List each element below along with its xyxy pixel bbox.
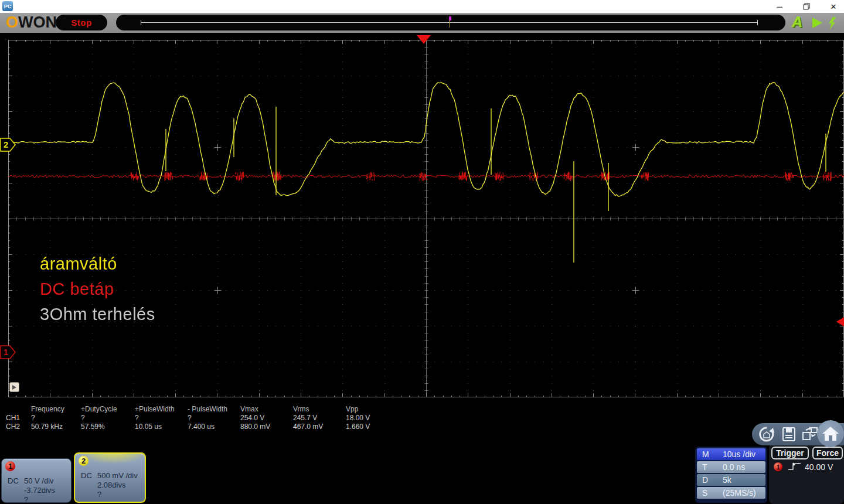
measurement-cell: ? bbox=[31, 414, 81, 423]
ch2-coupling: DC bbox=[81, 471, 92, 480]
svg-text:1: 1 bbox=[4, 347, 8, 357]
ch1-extra: ? bbox=[24, 495, 28, 504]
measurement-cell: CH2 bbox=[6, 423, 31, 431]
measurement-cell: ? bbox=[188, 414, 240, 423]
memory-end-tick bbox=[757, 20, 758, 25]
measurement-cell: 254.0 V bbox=[240, 414, 293, 423]
expand-button[interactable] bbox=[9, 382, 19, 392]
force-button[interactable]: Force bbox=[812, 447, 843, 459]
flash-icon[interactable] bbox=[828, 17, 838, 30]
measurement-cell: Vrms bbox=[293, 405, 346, 414]
measurement-cell: 57.59% bbox=[81, 423, 135, 431]
owon-scope-app: { "window": { "app_icon": "PC", "minimiz… bbox=[0, 0, 844, 504]
ch1-scale: 50 V /div bbox=[24, 476, 54, 485]
trigger-position-line bbox=[450, 20, 450, 28]
save-icon[interactable] bbox=[780, 425, 798, 443]
measurement-cell: 18.00 V bbox=[346, 414, 387, 423]
run-icon[interactable] bbox=[812, 18, 822, 28]
measurement-cell: Vmax bbox=[240, 405, 293, 414]
measurement-cell: 880.0 mV bbox=[240, 423, 293, 431]
measurement-cell: 7.400 us bbox=[188, 423, 240, 431]
minimize-button[interactable]: ─ bbox=[775, 2, 784, 11]
measurement-cell: +PulseWidth bbox=[135, 405, 188, 414]
ch1-position-marker[interactable]: 1 bbox=[0, 345, 16, 359]
trigger-position-arrow[interactable] bbox=[417, 35, 431, 44]
trigger-level-arrow[interactable] bbox=[836, 317, 844, 326]
annotation-ch1: DC betáp bbox=[40, 280, 114, 299]
memory-start-tick bbox=[141, 20, 141, 25]
autoset-icon[interactable]: A bbox=[792, 13, 802, 30]
measurement-cell bbox=[6, 405, 31, 414]
play-triangle-icon bbox=[12, 385, 16, 390]
measurement-cell: ? bbox=[135, 414, 188, 423]
measurement-cell: 10.05 us bbox=[135, 423, 188, 431]
ch1-offset: -3.72divs bbox=[24, 486, 55, 495]
trigger-button[interactable]: Trigger bbox=[771, 447, 809, 459]
timebase-row-main[interactable]: M 10us /div bbox=[697, 448, 765, 460]
measurement-cell: - PulseWidth bbox=[188, 405, 240, 414]
channel2-panel[interactable]: 2 DC 500 mV /div 2.08divs ? bbox=[74, 452, 146, 503]
close-button[interactable]: ✕ bbox=[829, 2, 838, 11]
svg-text:2: 2 bbox=[4, 139, 8, 149]
channel2-badge: 2 bbox=[79, 456, 89, 466]
measurement-cell: 1.660 V bbox=[346, 423, 387, 431]
timebase-row-samplerate[interactable]: S (25MS/s) bbox=[697, 487, 765, 499]
owon-logo: OWON bbox=[6, 13, 57, 32]
timebase-row-depth[interactable]: D 5k bbox=[697, 474, 765, 486]
scope-display: 2 1 áramváltó DC betáp 3Ohm terhelés bbox=[8, 40, 844, 397]
stop-button[interactable]: Stop bbox=[56, 15, 107, 30]
channel1-badge: 1 bbox=[5, 461, 15, 471]
app-icon: PC bbox=[2, 1, 13, 11]
home-icon bbox=[822, 425, 839, 442]
measurement-cell: ? bbox=[81, 414, 135, 423]
restore-button[interactable] bbox=[802, 2, 811, 11]
ch2-offset: 2.08divs bbox=[97, 481, 125, 489]
measurement-cell: 467.0 mV bbox=[293, 423, 346, 431]
timebase-row-offset[interactable]: T 0.0 ns bbox=[697, 461, 765, 473]
trigger-level-value: 40.00 V bbox=[805, 462, 833, 472]
trigger-panel: Trigger Force 1 40.00 V bbox=[769, 444, 844, 504]
annotation-ch2: áramváltó bbox=[40, 254, 117, 274]
waveform-canvas bbox=[8, 40, 844, 397]
main-toolbar: OWON Stop A bbox=[0, 13, 844, 33]
window-titlebar: PC ─ ✕ bbox=[0, 0, 844, 13]
measurement-cell: 245.7 V bbox=[293, 414, 346, 423]
ch2-scale: 500 mV /div bbox=[97, 471, 138, 480]
measurement-cell: 50.79 kHz bbox=[31, 423, 81, 431]
channel1-panel[interactable]: 1 DC 50 V /div -3.72divs ? bbox=[1, 458, 72, 503]
measurement-cell: Frequency bbox=[31, 405, 81, 414]
restore-icon bbox=[803, 3, 810, 10]
trigger-source-badge: 1 bbox=[774, 462, 782, 471]
annotation-load: 3Ohm terhelés bbox=[40, 305, 155, 324]
measurement-cell: +DutyCycle bbox=[81, 405, 135, 414]
rising-edge-icon[interactable] bbox=[788, 462, 802, 471]
ch1-coupling: DC bbox=[8, 476, 19, 485]
refresh-home-icon[interactable] bbox=[758, 425, 775, 443]
home-button[interactable] bbox=[817, 420, 844, 447]
ch2-position-marker[interactable]: 2 bbox=[0, 138, 16, 152]
timebase-panel: M 10us /div T 0.0 ns D 5k S (25MS/s) bbox=[695, 447, 767, 503]
memory-position-bar[interactable] bbox=[116, 15, 785, 30]
measurement-cell: CH1 bbox=[6, 414, 31, 423]
ch2-extra: ? bbox=[97, 490, 101, 499]
measurement-cell: Vpp bbox=[346, 405, 387, 414]
measurements-panel: Frequency+DutyCycle+PulseWidth- PulseWid… bbox=[6, 405, 387, 431]
